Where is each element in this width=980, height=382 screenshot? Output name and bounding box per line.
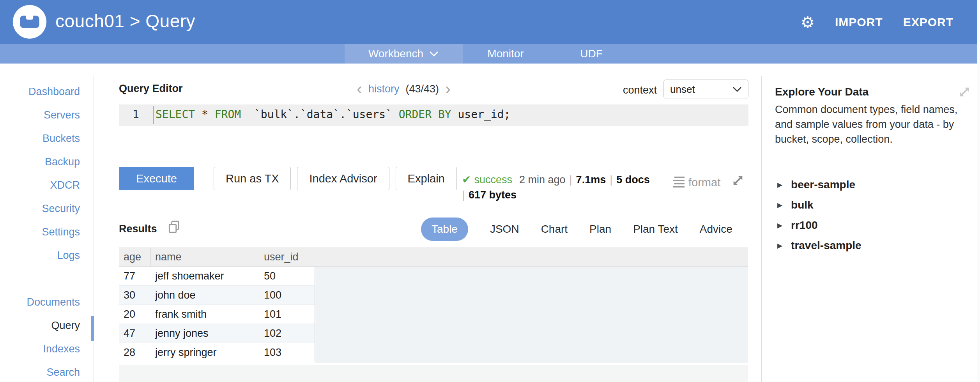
header-actions: ⚙ IMPORT EXPORT bbox=[801, 0, 953, 44]
results-table-side-panel bbox=[315, 267, 748, 363]
sidebar-item-security[interactable]: Security bbox=[0, 197, 80, 220]
status-result: success bbox=[474, 174, 512, 186]
explain-button[interactable]: Explain bbox=[396, 167, 457, 190]
context-select[interactable]: unset bbox=[663, 80, 748, 99]
bucket-label: rr100 bbox=[791, 219, 818, 232]
app-header: couch01 > Query ⚙ IMPORT EXPORT bbox=[0, 0, 977, 44]
bucket-list: ▶ beer-sample ▶ bulk ▶ rr100 ▶ travel-sa… bbox=[777, 175, 861, 256]
cell-user-id: 101 bbox=[259, 305, 315, 324]
tab-plan[interactable]: Plan bbox=[589, 223, 611, 235]
tab-table[interactable]: Table bbox=[421, 218, 468, 241]
bucket-rr100[interactable]: ▶ rr100 bbox=[777, 215, 861, 235]
page-scrollbar[interactable] bbox=[977, 0, 980, 382]
explore-panel-divider bbox=[761, 76, 762, 382]
table-row[interactable]: 30 john doe 100 bbox=[119, 286, 315, 305]
sidebar-item-indexes[interactable]: Indexes bbox=[0, 337, 80, 361]
sidebar-item-dashboard[interactable]: Dashboard bbox=[0, 80, 80, 103]
status-duration: 7.1ms bbox=[576, 174, 606, 186]
format-lines-icon bbox=[673, 177, 685, 189]
cell-name: john doe bbox=[150, 286, 259, 304]
table-row[interactable]: 77 jeff shoemaker 50 bbox=[119, 267, 315, 286]
expand-triangle-icon[interactable]: ▶ bbox=[777, 221, 782, 230]
query-subnav: Workbench Monitor UDF bbox=[0, 44, 977, 64]
sidebar-item-logs[interactable]: Logs bbox=[0, 244, 80, 267]
success-check-icon: ✔ bbox=[462, 173, 471, 186]
cell-age: 77 bbox=[119, 267, 150, 285]
expand-triangle-icon[interactable]: ▶ bbox=[777, 181, 782, 189]
cell-name: jerry springer bbox=[150, 343, 259, 362]
sidebar-item-search[interactable]: Search bbox=[0, 361, 80, 382]
copy-results-icon[interactable] bbox=[167, 219, 182, 234]
import-button[interactable]: IMPORT bbox=[835, 16, 883, 29]
table-row[interactable]: 28 jerry springer 103 bbox=[119, 343, 315, 362]
context-value: unset bbox=[670, 83, 695, 96]
explore-expand-icon[interactable] bbox=[957, 85, 971, 99]
query-actions: Execute Run as TX Index Advisor Explain bbox=[119, 167, 463, 190]
editor-expand-icon[interactable] bbox=[731, 174, 745, 187]
explore-panel-description: Common document types, field names, and … bbox=[775, 102, 972, 147]
column-header-age[interactable]: age bbox=[119, 248, 150, 266]
cell-user-id: 102 bbox=[259, 324, 315, 343]
results-table-bottom-border bbox=[119, 363, 748, 363]
sql-text: `bulk`.`data`.`users` bbox=[241, 108, 399, 121]
status-line-2: |617 bytes bbox=[462, 187, 650, 203]
history-count: (43/43) bbox=[406, 83, 439, 95]
tab-udf-label: UDF bbox=[580, 48, 603, 60]
history-link[interactable]: history bbox=[368, 83, 400, 95]
settings-gear-icon[interactable]: ⚙ bbox=[801, 14, 815, 30]
tab-workbench[interactable]: Workbench bbox=[345, 44, 463, 64]
tab-monitor-label: Monitor bbox=[487, 48, 524, 60]
cell-age: 28 bbox=[119, 343, 150, 362]
results-tabs: Table JSON Chart Plan Plan Text Advice bbox=[421, 217, 732, 241]
query-editor-title: Query Editor bbox=[119, 83, 183, 95]
sidebar-active-indicator bbox=[91, 316, 94, 341]
query-status: ✔success2 min ago|7.1ms|5 docs |617 byte… bbox=[462, 172, 650, 203]
expand-triangle-icon[interactable]: ▶ bbox=[777, 242, 782, 250]
cell-age: 20 bbox=[119, 305, 150, 324]
query-text: SELECT * FROM `bulk`.`data`.`users` ORDE… bbox=[156, 108, 510, 121]
bucket-travel-sample[interactable]: ▶ travel-sample bbox=[777, 235, 861, 256]
tab-json[interactable]: JSON bbox=[490, 223, 519, 235]
bucket-label: bulk bbox=[791, 199, 814, 211]
bucket-bulk[interactable]: ▶ bulk bbox=[777, 195, 861, 215]
bucket-beer-sample[interactable]: ▶ beer-sample bbox=[777, 175, 861, 195]
sidebar-item-buckets[interactable]: Buckets bbox=[0, 127, 80, 150]
query-code-editor[interactable]: 1 SELECT * FROM `bulk`.`data`.`users` OR… bbox=[119, 103, 748, 158]
status-separator: | bbox=[610, 174, 612, 186]
sql-keyword: SELECT bbox=[156, 108, 195, 121]
tab-advice[interactable]: Advice bbox=[700, 223, 732, 235]
expand-triangle-icon[interactable]: ▶ bbox=[777, 201, 782, 209]
status-separator: | bbox=[462, 189, 465, 201]
format-button[interactable]: format bbox=[673, 176, 720, 189]
sql-text: * bbox=[195, 108, 215, 121]
sidebar-item-settings[interactable]: Settings bbox=[0, 220, 80, 244]
table-row[interactable]: 20 frank smith 101 bbox=[119, 305, 315, 324]
tab-chart[interactable]: Chart bbox=[541, 223, 568, 235]
tab-udf[interactable]: UDF bbox=[548, 44, 634, 64]
cell-name: frank smith bbox=[150, 305, 259, 324]
cell-user-id: 103 bbox=[259, 343, 315, 362]
sql-keyword: ORDER BY bbox=[399, 108, 451, 121]
execute-button[interactable]: Execute bbox=[119, 167, 194, 190]
sql-keyword: FROM bbox=[215, 108, 241, 121]
couchbase-logo-icon[interactable] bbox=[12, 4, 48, 40]
couchbase-console: couch01 > Query ⚙ IMPORT EXPORT Workbenc… bbox=[0, 0, 980, 382]
history-next-icon[interactable]: › bbox=[445, 81, 451, 97]
sidebar-item-query[interactable]: Query bbox=[0, 314, 80, 337]
sidebar-item-backup[interactable]: Backup bbox=[0, 150, 80, 173]
sidebar-item-documents[interactable]: Documents bbox=[0, 290, 80, 314]
sidebar-item-servers[interactable]: Servers bbox=[0, 103, 80, 127]
tab-monitor[interactable]: Monitor bbox=[463, 44, 548, 64]
table-row[interactable]: 47 jenny jones 102 bbox=[119, 324, 315, 343]
tab-plan-text[interactable]: Plan Text bbox=[633, 223, 678, 235]
results-table-body: 77 jeff shoemaker 50 30 john doe 100 20 … bbox=[119, 267, 315, 362]
run-as-tx-button[interactable]: Run as TX bbox=[214, 167, 291, 190]
cell-name: jenny jones bbox=[150, 324, 259, 343]
format-label: format bbox=[688, 176, 720, 189]
history-prev-icon[interactable]: ‹ bbox=[357, 81, 362, 97]
index-advisor-button[interactable]: Index Advisor bbox=[297, 167, 389, 190]
sidebar-item-xdcr[interactable]: XDCR bbox=[0, 173, 80, 197]
column-header-user-id[interactable]: user_id bbox=[259, 248, 748, 266]
column-header-name[interactable]: name bbox=[150, 248, 259, 266]
export-button[interactable]: EXPORT bbox=[903, 16, 953, 29]
